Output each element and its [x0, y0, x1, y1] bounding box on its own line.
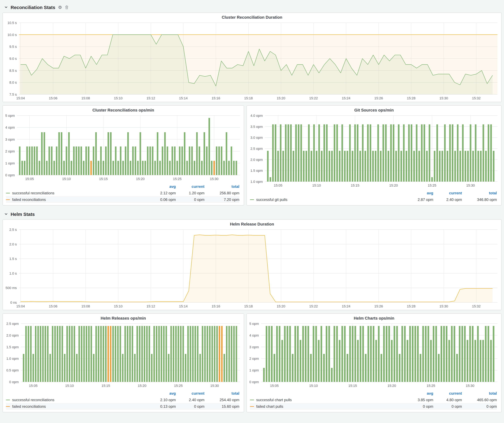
svg-text:15:20: 15:20 [277, 304, 285, 308]
legend-row-successful-chart-pulls: successful chart pulls 3.85 opm 4.80 opm… [250, 397, 497, 403]
legend-col-total[interactable]: total [462, 191, 497, 195]
svg-text:10.5 s: 10.5 s [7, 21, 17, 25]
svg-text:15:30: 15:30 [466, 183, 475, 187]
svg-text:1.5 opm: 1.5 opm [6, 345, 19, 349]
svg-text:2.0 s: 2.0 s [9, 242, 17, 246]
svg-text:15:30: 15:30 [210, 384, 219, 388]
legend-header: avg current total [250, 190, 497, 196]
legend-col-current[interactable]: current [176, 184, 204, 189]
svg-text:2.0 opm: 2.0 opm [251, 158, 263, 162]
panel-title-cluster-reconciliation-duration[interactable]: Cluster Reconciliation Duration [3, 13, 501, 20]
legend-header: avg current total [250, 390, 497, 397]
svg-text:15:20: 15:20 [138, 384, 146, 388]
svg-text:15:10: 15:10 [309, 384, 318, 388]
svg-text:15:16: 15:16 [212, 96, 220, 100]
legend-helm-releases: avg current total successful reconciliat… [3, 389, 244, 412]
legend-total-value: 15.60 opm [204, 404, 239, 409]
chevron-down-icon [4, 212, 8, 216]
svg-text:0 ns: 0 ns [10, 301, 17, 305]
legend-current-value: 0 opm [433, 404, 462, 409]
chart-git-sources-opm[interactable]: 15:0515:1015:1515:2015:2515:301.0 opm1.5… [247, 113, 501, 189]
svg-text:1.0 opm: 1.0 opm [6, 357, 19, 361]
svg-text:0 opm: 0 opm [5, 173, 15, 177]
svg-text:15:18: 15:18 [244, 304, 253, 308]
legend-current-value: 0 opm [176, 197, 204, 202]
legend-col-avg[interactable]: avg [405, 191, 433, 195]
svg-text:15:28: 15:28 [407, 96, 415, 100]
chart-cluster-reconciliations-opm[interactable]: 15:0515:1015:1515:2015:2515:300 opm1 opm… [3, 113, 244, 182]
panel-title-helm-release-duration[interactable]: Helm Release Duration [3, 220, 501, 227]
legend-col-current[interactable]: current [433, 191, 462, 195]
panel-helm-release-duration: Helm Release Duration 15:0415:0615:0815:… [2, 219, 502, 310]
svg-text:1 opm: 1 opm [249, 368, 259, 372]
panel-helm-charts-opm: Helm Charts ops/min 15:0515:1015:1515:20… [246, 313, 502, 412]
legend-total-value: 256.80 opm [204, 191, 239, 195]
panel-title-helm-charts-opm[interactable]: Helm Charts ops/min [247, 314, 501, 321]
svg-text:15:08: 15:08 [81, 96, 90, 100]
series-label[interactable]: successful git pulls [256, 197, 287, 202]
legend-col-total[interactable]: total [462, 391, 497, 395]
gear-icon[interactable] [58, 5, 62, 9]
panel-helm-releases-opm: Helm Releases ops/min 15:0515:1015:1515:… [2, 313, 244, 412]
svg-text:4 opm: 4 opm [249, 334, 259, 337]
panel-title-helm-releases-opm[interactable]: Helm Releases ops/min [3, 314, 244, 321]
chart-helm-charts-opm[interactable]: 15:0515:1015:1515:2015:2515:300 opm1 opm… [247, 321, 501, 389]
svg-text:15:20: 15:20 [136, 177, 145, 181]
svg-text:15:12: 15:12 [146, 304, 155, 308]
svg-text:15:30: 15:30 [210, 177, 218, 181]
svg-text:10.0 s: 10.0 s [7, 33, 17, 37]
svg-text:15:30: 15:30 [466, 384, 474, 388]
series-label[interactable]: successful chart pulls [256, 398, 292, 402]
svg-text:15:05: 15:05 [270, 384, 279, 388]
legend-current-value: 1.20 opm [176, 191, 204, 195]
svg-text:0 opm: 0 opm [249, 380, 259, 384]
series-label[interactable]: failed reconciliations [12, 404, 46, 409]
svg-text:0.5 opm: 0.5 opm [6, 368, 19, 372]
svg-text:15:08: 15:08 [81, 304, 90, 308]
trash-icon[interactable] [65, 5, 69, 9]
legend-col-total[interactable]: total [204, 391, 239, 395]
svg-text:15:28: 15:28 [407, 304, 415, 308]
svg-text:2 opm: 2 opm [249, 357, 259, 361]
series-label[interactable]: successful reconciliations [12, 191, 54, 195]
legend-col-avg[interactable]: avg [147, 391, 176, 395]
panel-title-cluster-reconciliations-opm[interactable]: Cluster Reconciliations ops/min [3, 106, 244, 113]
row-header-reconciliation-stats[interactable]: Reconciliation Stats [4, 3, 502, 11]
legend-col-current[interactable]: current [176, 391, 204, 395]
svg-text:15:22: 15:22 [309, 96, 318, 100]
series-marker [6, 199, 10, 200]
chart-helm-release-duration[interactable]: 15:0415:0615:0815:1015:1215:1415:1615:18… [3, 227, 501, 310]
svg-text:15:20: 15:20 [387, 384, 396, 388]
svg-text:15:26: 15:26 [374, 96, 383, 100]
legend-col-total[interactable]: total [204, 184, 239, 189]
chart-cluster-reconciliation-duration[interactable]: 15:0415:0615:0815:1015:1215:1415:1615:18… [3, 20, 501, 102]
legend-col-current[interactable]: current [433, 391, 462, 395]
legend-col-avg[interactable]: avg [405, 391, 433, 395]
chart-helm-releases-opm[interactable]: 15:0515:1015:1515:2015:2515:300 opm0.5 o… [3, 321, 244, 389]
svg-text:15:16: 15:16 [212, 304, 220, 308]
legend-row-failed-chart-pulls: failed chart pulls 0 opm 0 opm 0 opm [250, 403, 497, 410]
series-label[interactable]: successful reconciliations [12, 398, 54, 402]
svg-text:15:25: 15:25 [428, 183, 436, 187]
legend-avg-value: 2.10 opm [147, 398, 176, 402]
series-marker [250, 406, 254, 407]
legend-avg-value: 0.06 opm [147, 197, 176, 202]
svg-text:8.5 s: 8.5 s [9, 69, 17, 73]
legend-avg-value: 3.85 opm [405, 398, 433, 402]
svg-text:15:04: 15:04 [16, 96, 25, 100]
svg-text:15:04: 15:04 [16, 304, 25, 308]
series-label[interactable]: failed reconciliations [12, 197, 46, 202]
panel-title-git-sources-opm[interactable]: Git Sources ops/min [247, 106, 501, 113]
chevron-down-icon [4, 6, 8, 9]
svg-text:15:24: 15:24 [342, 304, 350, 308]
legend-col-avg[interactable]: avg [147, 184, 176, 189]
series-marker [6, 193, 10, 193]
svg-text:15:10: 15:10 [114, 96, 122, 100]
legend-total-value: 465.60 opm [462, 398, 497, 402]
legend-total-value: 0 opm [462, 404, 497, 409]
svg-text:15:15: 15:15 [102, 384, 110, 388]
row-header-helm-stats[interactable]: Helm Stats [4, 210, 502, 218]
series-label[interactable]: failed chart pulls [256, 404, 283, 409]
svg-text:15:20: 15:20 [389, 183, 398, 187]
legend-row-successful-git-pulls: successful git pulls 2.87 opm 2.40 opm 3… [250, 196, 497, 203]
